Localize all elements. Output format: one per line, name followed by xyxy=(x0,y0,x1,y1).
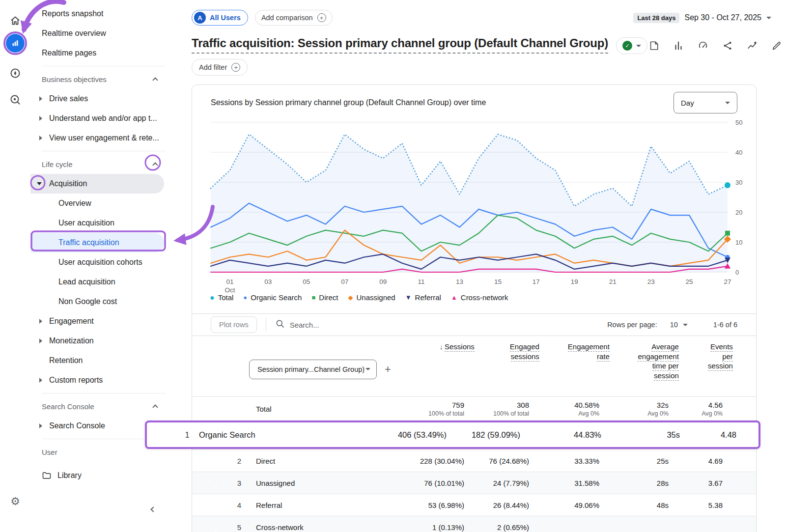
dimension-dropdown[interactable]: Session primary...Channel Group) xyxy=(249,360,377,379)
sidebar-item-realtime-overview[interactable]: Realtime overview xyxy=(30,24,177,43)
add-comparison-button[interactable]: Add comparison xyxy=(255,10,333,26)
total-rate: 40.58%Avg 0% xyxy=(529,401,599,417)
channel-name: Referral xyxy=(249,501,381,509)
legend-marker-icon: ■ xyxy=(311,294,315,301)
expand-arrow-icon[interactable] xyxy=(39,338,42,343)
collapse-arrow-icon[interactable] xyxy=(37,182,42,185)
toolbar-divider xyxy=(266,318,266,332)
table-row-referral[interactable]: 4 Referral 53 (6.98%) 26 (8.44%) 49.06% … xyxy=(192,494,756,516)
legend-item-organic-search[interactable]: ●Organic Search xyxy=(243,293,302,302)
add-dimension-icon[interactable]: + xyxy=(385,363,391,376)
sidebar-item-label: Retention xyxy=(49,356,83,365)
legend-item-unassigned[interactable]: ◆Unassigned xyxy=(348,293,395,302)
data-quality-badge[interactable]: ✓ xyxy=(616,37,647,54)
legend-item-direct[interactable]: ■Direct xyxy=(311,293,338,302)
chevron-up-icon[interactable] xyxy=(152,77,158,83)
sidebar-item-realtime-pages[interactable]: Realtime pages xyxy=(30,43,177,63)
cell-events: 4.48 xyxy=(680,430,736,440)
explore-icon[interactable] xyxy=(5,63,25,83)
cell-engaged: 26 (8.44%) xyxy=(464,501,529,509)
svg-text:17: 17 xyxy=(533,278,540,285)
pagination-controls: Rows per page: 10 1-6 of 6 xyxy=(607,321,737,329)
sidebar-item-retention[interactable]: Retention xyxy=(30,351,177,370)
sidebar-item-label: Reports snapshot xyxy=(42,9,103,18)
legend-label: Total xyxy=(218,293,234,302)
insights-gauge-icon[interactable] xyxy=(697,39,709,52)
sidebar-item-library[interactable]: Library xyxy=(30,466,177,485)
legend-item-total[interactable]: ●Total xyxy=(210,293,233,302)
section-header-label: Search Console xyxy=(42,402,94,411)
sidebar-item-user-acquisition[interactable]: User acquisition xyxy=(30,213,177,233)
sidebar-item-view-user-engagement[interactable]: View user engagement & rete... xyxy=(30,128,177,148)
sidebar-item-non-google-cost[interactable]: Non Google cost xyxy=(30,292,177,311)
advertising-icon[interactable] xyxy=(5,90,25,110)
table-row-organic-search-highlighted[interactable]: 1 Organic Search 406 (53.49%) 182 (59.09… xyxy=(145,420,760,449)
plot-rows-button[interactable]: Plot rows xyxy=(211,316,257,333)
cell-avg-time: 28s xyxy=(599,479,669,487)
sidebar-divider xyxy=(42,151,166,151)
sidebar-item-monetization[interactable]: Monetization xyxy=(30,331,177,351)
sidebar-item-acquisition[interactable]: Acquisition xyxy=(30,174,164,194)
svg-text:0: 0 xyxy=(735,269,739,276)
share-icon[interactable] xyxy=(721,39,734,52)
settings-gear-icon[interactable]: ⚙ xyxy=(5,491,25,511)
add-filter-button[interactable]: Add filter xyxy=(192,59,248,76)
legend-marker-icon: ● xyxy=(210,294,215,302)
chart-icon[interactable] xyxy=(672,39,685,52)
column-header-events-per-session[interactable]: Eventspersession xyxy=(679,342,733,396)
expand-arrow-icon[interactable] xyxy=(39,319,42,324)
search-icon[interactable] xyxy=(275,319,285,331)
section-search-console[interactable]: Search Console xyxy=(30,396,177,416)
sidebar-item-traffic-acquisition[interactable]: Traffic acquisition xyxy=(30,233,164,252)
sidebar-item-understand-web-app[interactable]: Understand web and/or app t... xyxy=(30,109,177,128)
trending-insights-icon[interactable] xyxy=(746,39,758,52)
chevron-up-icon[interactable] xyxy=(152,162,158,168)
column-header-engagement-rate[interactable]: Engagementrate xyxy=(539,342,610,396)
column-header-avg-engagement-time[interactable]: Averageengagementtime persession xyxy=(610,342,679,396)
date-range-selector[interactable]: Last 28 days Sep 30 - Oct 27, 2025 xyxy=(633,13,771,23)
cell-rate: 49.06% xyxy=(529,501,599,509)
sidebar-item-engagement[interactable]: Engagement xyxy=(30,311,177,331)
search-input[interactable] xyxy=(290,321,437,329)
plus-icon xyxy=(317,13,326,22)
section-business-objectives[interactable]: Business objectives xyxy=(30,69,177,89)
sidebar-item-reports-snapshot[interactable]: Reports snapshot xyxy=(30,4,177,24)
sort-descending-icon: ↓ xyxy=(439,342,443,351)
granularity-select[interactable]: Day xyxy=(674,92,737,113)
dimension-value: Session primary...Channel Group) xyxy=(257,365,365,373)
table-row-unassigned[interactable]: 3 Unassigned 76 (10.01%) 24 (7.79%) 31.5… xyxy=(192,472,756,494)
expand-arrow-icon[interactable] xyxy=(39,116,42,121)
chevron-up-icon[interactable] xyxy=(152,404,158,410)
section-life-cycle[interactable]: Life cycle xyxy=(30,154,177,174)
table-row-cross-network[interactable]: 5 Cross-network 1 (0.13%) 2 (0.65%) xyxy=(192,516,756,532)
row-index: 3 xyxy=(229,479,249,487)
expand-arrow-icon[interactable] xyxy=(39,378,42,383)
column-header-engaged-sessions[interactable]: Engagedsessions xyxy=(475,342,539,396)
sidebar-item-label: Library xyxy=(57,471,82,480)
reports-icon[interactable] xyxy=(6,34,25,53)
column-header-sessions[interactable]: ↓Sessions xyxy=(391,342,475,396)
all-users-chip[interactable]: A All Users xyxy=(192,10,248,26)
expand-arrow-icon[interactable] xyxy=(39,136,42,140)
sidebar-collapse-icon[interactable] xyxy=(151,504,155,513)
expand-arrow-icon[interactable] xyxy=(39,96,42,101)
cell-rate: 33.33% xyxy=(529,457,599,465)
expand-arrow-icon[interactable] xyxy=(39,423,42,428)
cell-events: 3.67 xyxy=(669,479,723,487)
date-range-value: Sep 30 - Oct 27, 2025 xyxy=(684,13,761,22)
sidebar-item-label: Realtime overview xyxy=(42,29,106,38)
edit-pencil-icon[interactable] xyxy=(770,39,783,52)
rows-per-page-value: 10 xyxy=(670,321,678,329)
sidebar-item-custom-reports[interactable]: Custom reports xyxy=(30,370,177,390)
sidebar-item-overview[interactable]: Overview xyxy=(30,194,177,213)
home-icon[interactable] xyxy=(5,11,25,30)
sidebar-item-user-acquisition-cohorts[interactable]: User acquisition cohorts xyxy=(30,252,177,272)
channel-name: Organic Search xyxy=(199,430,331,440)
sidebar-item-drive-sales[interactable]: Drive sales xyxy=(30,89,177,109)
table-row-direct[interactable]: 2 Direct 228 (30.04%) 76 (24.68%) 33.33%… xyxy=(192,449,756,472)
sidebar-item-lead-acquisition[interactable]: Lead acquisition xyxy=(30,272,177,292)
rows-per-page-select[interactable]: 10 xyxy=(670,321,688,329)
legend-item-cross-network[interactable]: ▲Cross-network xyxy=(451,293,508,302)
notes-icon[interactable] xyxy=(647,39,660,52)
legend-item-referral[interactable]: ▼Referral xyxy=(405,293,441,302)
